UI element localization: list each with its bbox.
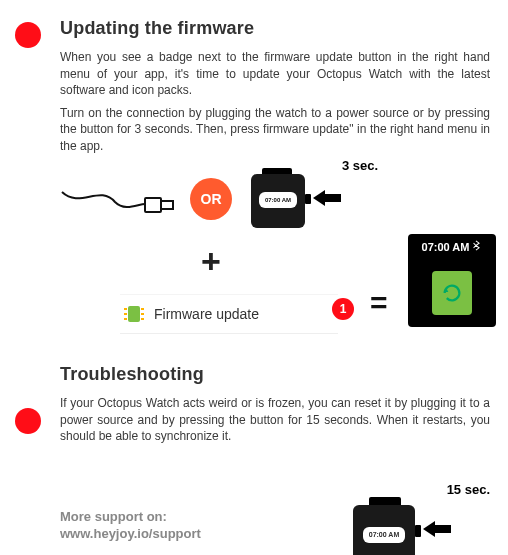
heading-firmware: Updating the firmware (60, 18, 490, 39)
firmware-para-1: When you see a badge next to the firmwar… (60, 49, 490, 99)
watch-screen-time: 07:00 AM (259, 192, 297, 208)
watch-bottom-icon: 07:00 AM (345, 495, 445, 555)
plus-icon: + (190, 240, 232, 282)
or-label: OR (201, 191, 222, 207)
support-footer: More support on: www.heyjoy.io/support (60, 509, 201, 543)
duration-3sec-label: 3 sec. (342, 158, 378, 173)
watch-result-icon: 07:00 AM (408, 234, 496, 327)
watch-result-screen (408, 259, 496, 327)
svg-marker-2 (313, 190, 341, 206)
svg-rect-1 (161, 201, 173, 209)
firmware-diagram: OR 07:00 AM 3 sec. + (60, 164, 490, 359)
watch-result-time: 07:00 AM (422, 241, 470, 253)
svg-marker-4 (423, 521, 451, 537)
bullet-dot-icon (15, 408, 41, 434)
heading-troubleshooting: Troubleshooting (60, 364, 490, 385)
support-label: More support on: (60, 509, 201, 526)
watch-screen-time: 07:00 AM (363, 527, 405, 543)
press-arrow-icon (313, 188, 343, 208)
watch-small-icon: 07:00 AM (245, 168, 330, 230)
support-url: www.heyjoy.io/support (60, 526, 201, 543)
or-badge: OR (190, 178, 232, 220)
chip-icon (124, 303, 144, 325)
bluetooth-icon (473, 240, 482, 253)
troubleshoot-para: If your Octopus Watch acts weird or is f… (60, 395, 490, 445)
press-arrow-icon (423, 519, 453, 539)
section-troubleshooting: Troubleshooting If your Octopus Watch ac… (60, 364, 490, 445)
firmware-update-menu-item: Firmware update (120, 294, 338, 334)
svg-rect-0 (145, 198, 161, 212)
firmware-update-label: Firmware update (154, 306, 259, 322)
equals-icon: = (370, 286, 388, 320)
manual-page: Updating the firmware When you see a bad… (0, 0, 508, 555)
watch-side-button (305, 194, 311, 204)
duration-15sec-label: 15 sec. (447, 482, 490, 497)
firmware-para-2: Turn on the connection by plugging the w… (60, 105, 490, 155)
watch-result-time-bar: 07:00 AM (408, 234, 496, 259)
bullet-dot-icon (15, 22, 41, 48)
firmware-badge-count: 1 (332, 298, 354, 320)
watch-side-button (415, 525, 421, 537)
refresh-chip-icon (432, 271, 472, 315)
power-cable-icon (60, 184, 180, 224)
